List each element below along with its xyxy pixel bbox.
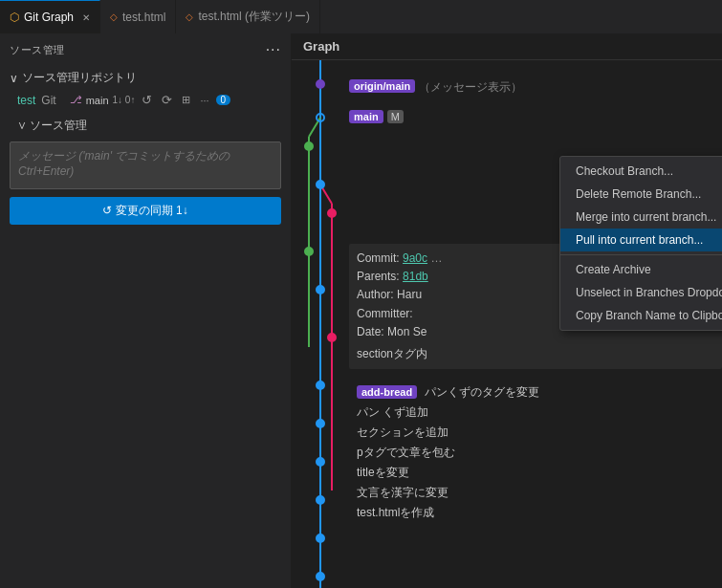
toolbar-row: ⎇ main 1↓ 0↑ ↺ ⟳ ⊞ ··· 0 [66,89,234,111]
author-value: Haru [397,288,422,301]
undo-icon[interactable]: ↺ [139,91,155,109]
tab-bar: ⬡ Git Graph ✕ ◇ test.html ◇ test.html (作… [0,0,722,33]
repo-row: test Git ⎇ main 1↓ 0↑ ↺ ⟳ ⊞ ··· 0 [10,86,281,114]
repo-section-header[interactable]: ∨ ソース管理リポジトリ [10,70,281,86]
chevron-down-icon-2: ∨ [17,119,30,132]
graph-svg [292,60,349,588]
menu-archive[interactable]: Create Archive [560,258,722,281]
refresh-icon[interactable]: ⟳ [159,91,175,109]
context-menu: Checkout Branch... Delete Remote Branch.… [559,156,722,331]
menu-merge[interactable]: Merge into current branch... [560,206,722,229]
menu-copy-branch[interactable]: Copy Branch Name to Clipboard [560,304,722,327]
graph-info: origin/main （メッセージ表示） main M Checkout Br… [349,60,722,588]
m-badge: M [387,110,404,123]
git-log-bottom: add-bread パンくずのタグを変更 パン くず追加 セクションを追加 pタ… [349,379,722,527]
menu-checkout[interactable]: Checkout Branch... [560,160,722,183]
origin-main-label: origin/main [349,79,415,93]
repo-name: test [17,94,35,107]
sidebar: ソース管理 ··· ∨ ソース管理リポジトリ test Git ⎇ main 1… [0,33,292,588]
commit-row-main[interactable]: main M [349,108,722,129]
svg-point-17 [317,534,324,542]
parents-hash[interactable]: 81db [403,270,428,283]
graph-header: Graph [292,33,722,60]
tab-test-html-label: test.html [122,11,165,24]
html-icon-1: ◇ [110,11,118,22]
chevron-down-icon: ∨ [10,72,18,85]
sidebar-header: ソース管理 ··· [0,33,291,66]
sidebar-section: ∨ ソース管理リポジトリ test Git ⎇ main 1↓ 0↑ ↺ ⟳ ⊞… [0,66,291,138]
git-log-row-b5[interactable]: titleを変更 [357,463,714,483]
add-bread-label: add-bread [357,385,417,399]
repo-type: Git [41,94,55,107]
sidebar-menu-button[interactable]: ··· [266,41,281,58]
author-label: Author: [357,288,394,301]
committer-label: Committer: [357,307,413,320]
commit-label-text: Commit: [357,251,400,265]
sidebar-title: ソース管理 [10,43,65,57]
git-log-row-b3[interactable]: セクションを追加 [357,423,714,443]
sync-count: 1↓ 0↑ [113,95,136,105]
sync-button[interactable]: ↺ 変更の同期 1↓ [10,197,281,225]
graph-content: origin/main （メッセージ表示） main M Checkout Br… [292,60,722,588]
svg-point-8 [317,181,324,188]
branch-name: main [86,95,109,106]
commit-hash-suffix: … [430,251,442,265]
branch-icon: ⎇ [70,94,82,106]
svg-point-16 [317,496,324,504]
svg-point-11 [317,286,324,294]
parents-label: Parents: [357,270,400,283]
sync-section: ↺ 変更の同期 1↓ [0,197,291,225]
main-content: ソース管理 ··· ∨ ソース管理リポジトリ test Git ⎇ main 1… [0,33,722,588]
html-icon-2: ◇ [186,11,193,22]
git-log-row-b4[interactable]: pタグで文章を包む [357,443,714,463]
more-options-icon[interactable]: ··· [197,93,211,108]
section-header-label: ソース管理リポジトリ [22,70,137,86]
subsection-header: ∨ ソース管理 [10,118,281,134]
tab-test-html[interactable]: ◇ test.html [100,0,176,33]
commit-message-area[interactable]: メッセージ ('main' でコミットするためのCtrl+Enter) [10,142,281,189]
tab-close-git-graph[interactable]: ✕ [82,12,90,23]
change-count-badge: 0 [216,95,231,105]
svg-point-18 [317,573,324,580]
date-label: Date: [357,325,384,338]
commit-row-origin[interactable]: origin/main （メッセージ表示） [349,77,722,98]
svg-point-5 [317,80,324,88]
commit-body: sectionタグ内 [357,345,714,363]
add-bread-msg: パンくずのタグを変更 [425,385,539,399]
git-log-row-b2[interactable]: パン くず追加 [357,403,714,423]
git-graph-panel: Graph [292,33,722,588]
tab-test-html-work[interactable]: ◇ test.html (作業ツリー) [176,0,320,33]
commit-hash[interactable]: 9a0c [403,251,427,265]
menu-unselect[interactable]: Unselect in Branches Dropdown [560,281,722,304]
commit-msg-1: （メッセージ表示） [419,79,522,96]
svg-point-10 [305,248,313,255]
main-label: main [349,110,383,123]
git-log-row-b6[interactable]: 文言を漢字に変更 [357,483,714,503]
menu-pull[interactable]: Pull into current branch... [560,229,722,251]
date-value: Mon Se [387,325,427,338]
tab-git-graph[interactable]: ⬡ Git Graph ✕ [0,0,100,33]
subsection-label: ソース管理 [30,119,87,132]
branch-list-icon[interactable]: ⊞ [179,92,193,108]
svg-point-7 [305,142,313,150]
svg-point-15 [317,458,324,466]
tab-git-graph-label: Git Graph [24,11,74,24]
commit-placeholder: メッセージ ('main' でコミットするためのCtrl+Enter) [18,149,230,178]
git-graph-icon: ⬡ [10,11,19,24]
svg-point-6 [317,114,324,121]
git-log-row-b7[interactable]: test.htmlを作成 [357,503,714,523]
menu-separator [560,254,722,255]
tab-test-html-work-label: test.html (作業ツリー) [198,9,310,25]
svg-point-14 [317,420,324,427]
svg-point-13 [317,381,324,389]
svg-point-9 [328,209,336,217]
git-log-row-add-bread[interactable]: add-bread パンくずのタグを変更 [357,382,714,403]
menu-delete-remote[interactable]: Delete Remote Branch... [560,183,722,206]
svg-point-12 [328,334,336,341]
